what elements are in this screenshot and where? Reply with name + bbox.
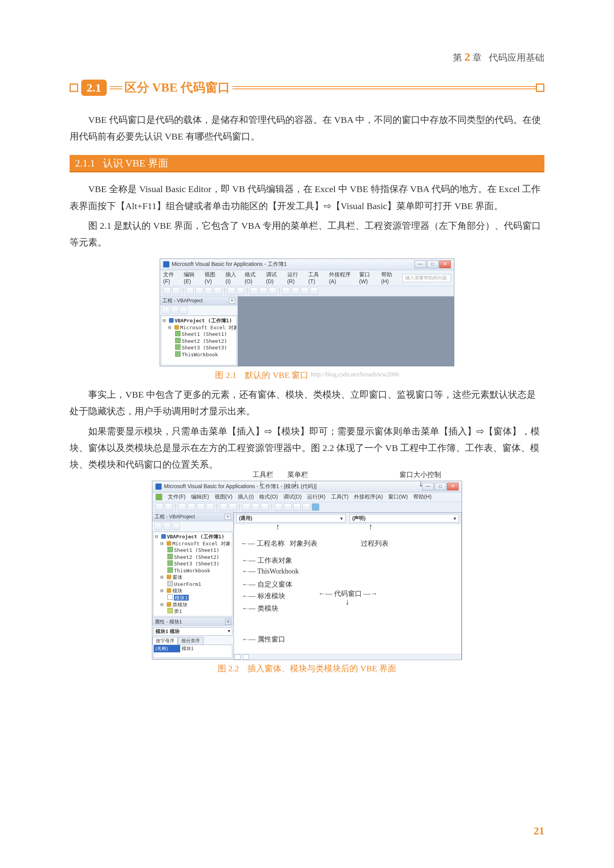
maximize-button[interactable]: □	[435, 483, 446, 490]
toolbar-icon[interactable]	[310, 287, 318, 295]
toolbar-icon[interactable]	[250, 287, 258, 295]
vbe-title: Microsoft Visual Basic for Applications …	[172, 261, 287, 268]
toolbar-icon[interactable]	[220, 503, 227, 511]
object-list-combo[interactable]: (通用)▾	[236, 514, 346, 523]
menu-item[interactable]: 文件(F)	[163, 271, 178, 284]
minimize-button[interactable]: —	[422, 483, 434, 490]
panel-close-button[interactable]: ×	[225, 619, 231, 625]
toolbar-icon[interactable]	[242, 503, 250, 511]
vbe-menubar: 文件(F) 编辑(E) 视图(V) 插入(I) 格式(O) 调试(D) 运行(R…	[152, 492, 462, 502]
toolbar-icon[interactable]	[259, 287, 267, 295]
panel-close-button[interactable]: ×	[229, 298, 235, 304]
toolbar-icon[interactable]	[165, 503, 172, 511]
properties-grid[interactable]: (名称) 模块1	[154, 645, 232, 658]
arrow-down-icon	[293, 478, 298, 488]
toolbar-icon[interactable]	[214, 287, 222, 295]
menu-item[interactable]: 工具(T)	[308, 271, 323, 284]
menu-item[interactable]: 格式(O)	[259, 494, 278, 500]
toolbar-icon[interactable]	[206, 503, 214, 511]
view-mode-icon[interactable]	[234, 654, 240, 660]
toolbar-icon[interactable]	[186, 287, 194, 295]
excel-icon[interactable]	[155, 494, 162, 500]
toolbar-icon[interactable]	[261, 503, 269, 511]
annotation-clsmod: ←— 类模块	[242, 604, 278, 613]
menu-item[interactable]: 编辑(E)	[184, 271, 199, 284]
paragraph: VBE 代码窗口是代码的载体，是储存和管理代码的容器。在 VBA 中，不同的窗口…	[70, 112, 544, 145]
help-search-input[interactable]: 键入需要帮助的问题	[403, 274, 451, 282]
panel-close-button[interactable]: ×	[225, 514, 231, 520]
project-tree[interactable]: ⊟ VBAProject (工作簿1) ⊟ Microsoft Excel 对象…	[161, 316, 237, 365]
arrow-up-icon	[368, 522, 373, 532]
toolbar-icon[interactable]	[163, 523, 171, 530]
toolbar-icon[interactable]	[172, 287, 180, 295]
menu-item[interactable]: 调试(D)	[283, 494, 302, 500]
menu-item[interactable]: 帮助(H)	[413, 494, 432, 500]
paragraph: 如果需要显示模块，只需单击菜单【插入】⇨【模块】即可；需要显示窗体则单击菜单【插…	[70, 423, 544, 473]
menu-item[interactable]: 外接程序(A)	[329, 271, 354, 284]
menu-item[interactable]: 帮助(H)	[381, 271, 397, 284]
toolbar-icon[interactable]	[172, 523, 180, 530]
toolbar-icon[interactable]	[301, 287, 309, 295]
toolbar-icon[interactable]	[284, 503, 292, 511]
toolbar-icon[interactable]	[154, 523, 162, 530]
menu-item[interactable]: 插入(I)	[238, 494, 254, 500]
procedure-list-combo[interactable]: (声明)▾	[350, 514, 459, 523]
toolbar-icon[interactable]	[162, 306, 170, 314]
tab-categorized[interactable]: 按分类序	[178, 637, 203, 645]
toolbar-icon[interactable]	[312, 503, 319, 511]
close-button[interactable]: ✕	[447, 483, 459, 490]
menu-item[interactable]: 插入(I)	[225, 271, 239, 284]
close-button[interactable]: ✕	[439, 260, 451, 268]
menu-item[interactable]: 调试(D)	[266, 271, 282, 284]
toolbar-icon[interactable]	[229, 503, 237, 511]
menu-item[interactable]: 工具(T)	[331, 494, 349, 500]
menu-item[interactable]: 文件(F)	[168, 494, 186, 500]
toolbar-icon[interactable]	[178, 503, 186, 511]
section-title: 2.1 区分 VBE 代码窗口	[70, 79, 544, 96]
menu-item[interactable]: 格式(O)	[245, 271, 261, 284]
toolbar-icon[interactable]	[227, 287, 235, 295]
paragraph: VBE 全称是 Visual Basic Editor，即 VB 代码编辑器，在…	[70, 181, 544, 214]
toolbar-icon[interactable]	[195, 287, 203, 295]
subsection-title: 2.1.1 认识 VBE 界面	[70, 155, 544, 172]
menu-item[interactable]: 外接程序(A)	[354, 494, 383, 500]
toolbar-icon[interactable]	[275, 503, 282, 511]
annotation-proclist: 过程列表	[361, 539, 389, 548]
toolbar-icon[interactable]	[237, 287, 244, 295]
toolbar-icon[interactable]	[282, 287, 290, 295]
toolbar-icon[interactable]	[252, 503, 259, 511]
menu-item[interactable]: 运行(R)	[307, 494, 325, 500]
toolbar-icon[interactable]	[197, 503, 205, 511]
properties-title: 属性 - 模块1 ×	[152, 618, 234, 626]
paragraph: 图 2.1 是默认的 VBE 界面，它包含了 VBA 专用的菜单栏、工具栏、工程…	[70, 218, 544, 251]
square-icon	[70, 83, 78, 92]
panel-toolbar	[160, 305, 237, 316]
annotation-thiswb: ←— ThisWorkbook	[242, 567, 299, 575]
toolbar-icon[interactable]	[293, 503, 301, 511]
toolbar-icon[interactable]	[205, 287, 212, 295]
project-tree[interactable]: ⊟ VBAProject (工作簿1) ⊟ Microsoft Excel 对象…	[153, 532, 232, 616]
toolbar-icon[interactable]	[188, 503, 195, 511]
toolbar-icon[interactable]	[163, 287, 171, 295]
menu-item[interactable]: 窗口(W)	[359, 271, 376, 284]
properties-object-combo[interactable]: 模块1 模块▾	[154, 627, 232, 636]
toolbar-icon[interactable]	[180, 306, 188, 314]
mdi-client-area	[238, 296, 454, 366]
figure-caption: 图 2.2 插入窗体、模块与类模块后的 VBE 界面	[70, 663, 544, 674]
annotation-winctrl: 窗口大小控制	[399, 470, 441, 479]
minimize-button[interactable]: —	[414, 260, 426, 268]
toolbar-icon[interactable]	[292, 287, 299, 295]
toolbar-icon[interactable]	[155, 503, 163, 511]
menu-item[interactable]: 编辑(E)	[191, 494, 209, 500]
tab-alphabetic[interactable]: 按字母序	[152, 637, 178, 645]
menu-item[interactable]: 视图(V)	[205, 271, 220, 284]
menu-item[interactable]: 运行(R)	[287, 271, 303, 284]
toolbar-icon[interactable]	[269, 287, 276, 295]
menu-item[interactable]: 窗口(W)	[388, 494, 408, 500]
view-mode-icon[interactable]	[243, 654, 249, 660]
prop-value[interactable]: 模块1	[180, 645, 232, 652]
toolbar-icon[interactable]	[171, 306, 179, 314]
maximize-button[interactable]: □	[427, 260, 438, 268]
toolbar-icon[interactable]	[302, 503, 310, 511]
menu-item[interactable]: 视图(V)	[215, 494, 233, 500]
